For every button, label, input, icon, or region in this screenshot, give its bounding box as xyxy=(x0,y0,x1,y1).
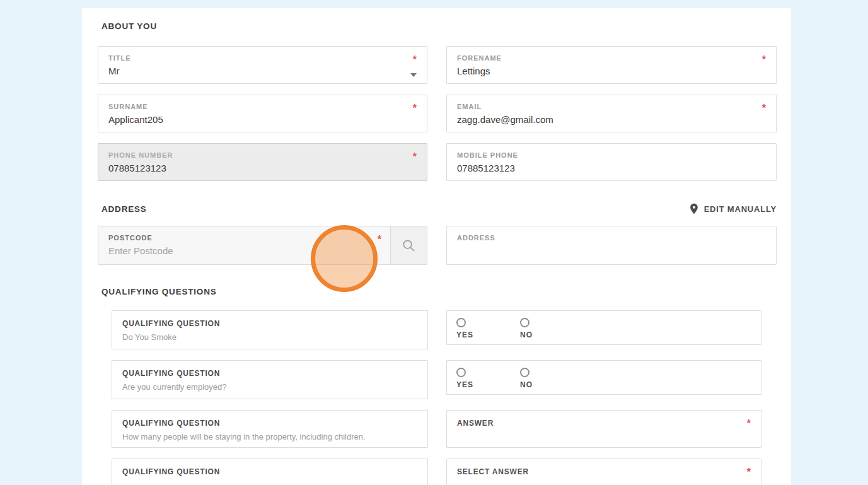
yes-radio-option[interactable]: YES xyxy=(456,368,473,394)
required-asterisk: * xyxy=(378,234,381,245)
question-row-3: QUALIFYING QUESTION How many people will… xyxy=(98,410,777,448)
required-asterisk: * xyxy=(413,54,417,66)
mobile-phone-label: MOBILE PHONE xyxy=(457,151,766,159)
required-asterisk: * xyxy=(413,103,417,114)
postcode-input[interactable] xyxy=(108,245,353,256)
required-asterisk: * xyxy=(762,54,766,66)
no-radio-option[interactable]: NO xyxy=(520,368,533,394)
yes-label: YES xyxy=(456,380,473,389)
mobile-phone-field[interactable]: MOBILE PHONE 07885123123 xyxy=(446,143,777,181)
required-asterisk: * xyxy=(747,467,751,478)
forename-value: Lettings xyxy=(457,66,766,76)
no-label: NO xyxy=(520,380,533,389)
no-radio-option[interactable]: NO xyxy=(520,318,533,344)
qualifying-questions-list: QUALIFYING QUESTION Do You Smoke YES NO … xyxy=(98,310,777,485)
email-field[interactable]: EMAIL zagg.dave@gmail.com * xyxy=(446,95,777,132)
yes-no-answer-card: YES NO xyxy=(446,310,761,345)
forename-field[interactable]: FORENAME Lettings * xyxy=(446,46,777,84)
required-asterisk: * xyxy=(762,103,766,114)
qualifying-question-label: QUALIFYING QUESTION xyxy=(122,419,417,428)
qualifying-question-label: QUALIFYING QUESTION xyxy=(122,369,417,378)
phone-number-value: 07885123123 xyxy=(108,163,417,173)
postcode-input-area: POSTCODE * xyxy=(98,226,390,264)
surname-value: Applicant205 xyxy=(108,114,417,125)
yes-no-answer-card: YES NO xyxy=(446,360,761,395)
postcode-field-group: POSTCODE * xyxy=(98,226,427,265)
surname-field[interactable]: SURNAME Applicant205 * xyxy=(98,95,427,132)
edit-manually-label: EDIT MANUALLY xyxy=(704,204,777,214)
phone-number-label: PHONE NUMBER xyxy=(108,151,417,159)
about-you-heading: ABOUT YOU xyxy=(101,21,777,31)
forename-label: FORENAME xyxy=(457,54,766,62)
email-label: EMAIL xyxy=(457,103,766,110)
required-asterisk: * xyxy=(747,418,751,429)
edit-manually-button[interactable]: EDIT MANUALLY xyxy=(690,203,777,214)
address-heading: ADDRESS xyxy=(101,204,147,214)
title-field[interactable]: TITLE Mr * xyxy=(98,46,427,84)
search-icon xyxy=(402,238,416,253)
qualifying-question-card: QUALIFYING QUESTION xyxy=(112,459,428,485)
no-label: NO xyxy=(520,330,533,339)
qualifying-question-label: QUALIFYING QUESTION xyxy=(122,467,417,476)
postcode-search-button[interactable] xyxy=(390,226,427,264)
phone-number-field: PHONE NUMBER 07885123123 * xyxy=(98,143,427,181)
qualifying-question-text: Do You Smoke xyxy=(122,332,417,342)
mobile-phone-value: 07885123123 xyxy=(457,163,766,173)
required-asterisk: * xyxy=(413,151,417,163)
address-header: ADDRESS EDIT MANUALLY xyxy=(98,203,777,214)
address-fields-row: POSTCODE * ADDRESS xyxy=(98,226,777,265)
chevron-down-icon[interactable] xyxy=(410,73,417,77)
form-card: ABOUT YOU TITLE Mr * FORENAME Lettings *… xyxy=(82,8,791,485)
qualifying-question-label: QUALIFYING QUESTION xyxy=(122,319,417,328)
qualifying-question-card: QUALIFYING QUESTION Are you currently em… xyxy=(112,360,428,399)
qualifying-question-text: Are you currently employed? xyxy=(122,382,417,392)
question-row-2: QUALIFYING QUESTION Are you currently em… xyxy=(98,360,777,399)
answer-field[interactable]: ANSWER * xyxy=(446,410,761,448)
answer-label: ANSWER xyxy=(457,419,751,428)
select-answer-field[interactable]: SELECT ANSWER * xyxy=(446,459,761,485)
radio-circle-icon[interactable] xyxy=(456,368,466,377)
question-row-1: QUALIFYING QUESTION Do You Smoke YES NO xyxy=(98,310,777,349)
title-label: TITLE xyxy=(108,54,417,62)
yes-radio-option[interactable]: YES xyxy=(456,318,473,344)
map-pin-icon xyxy=(690,203,698,214)
question-row-4: QUALIFYING QUESTION SELECT ANSWER * xyxy=(98,459,777,485)
surname-label: SURNAME xyxy=(108,103,417,110)
yes-label: YES xyxy=(456,330,473,339)
qualifying-question-card: QUALIFYING QUESTION How many people will… xyxy=(112,410,428,448)
qualifying-question-card: QUALIFYING QUESTION Do You Smoke xyxy=(112,310,428,349)
radio-circle-icon[interactable] xyxy=(520,368,529,377)
qualifying-questions-heading: QUALIFYING QUESTIONS xyxy=(101,287,777,296)
title-value: Mr xyxy=(108,66,417,76)
address-field[interactable]: ADDRESS xyxy=(446,226,777,265)
about-you-fields: TITLE Mr * FORENAME Lettings * SURNAME A… xyxy=(98,46,777,181)
radio-circle-icon[interactable] xyxy=(520,318,529,327)
select-answer-label: SELECT ANSWER xyxy=(457,467,751,476)
postcode-label: POSTCODE xyxy=(108,234,380,242)
radio-circle-icon[interactable] xyxy=(456,318,466,327)
address-field-label: ADDRESS xyxy=(457,234,766,242)
qualifying-question-text: How many people will be staying in the p… xyxy=(122,432,417,441)
email-value: zagg.dave@gmail.com xyxy=(457,114,766,125)
